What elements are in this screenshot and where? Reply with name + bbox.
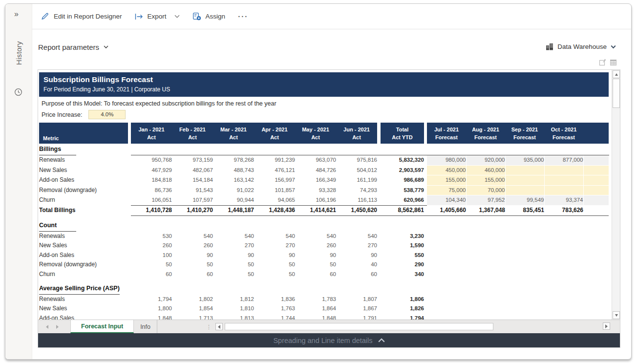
cell[interactable]: 540 xyxy=(213,232,254,241)
cell[interactable] xyxy=(427,241,466,251)
cell[interactable] xyxy=(427,270,466,279)
history-tab[interactable]: History xyxy=(15,41,23,65)
history-clock-icon[interactable] xyxy=(14,88,22,98)
cell[interactable]: 1,810 xyxy=(213,304,254,314)
cell[interactable]: 8,562,861 xyxy=(381,205,424,216)
report-parameters-dropdown[interactable]: Report parameters xyxy=(38,43,108,51)
cell[interactable] xyxy=(427,304,466,314)
cell[interactable]: 1,744 xyxy=(254,314,295,320)
cell[interactable] xyxy=(544,314,583,320)
cell[interactable]: 75,000 xyxy=(427,185,466,195)
scroll-right-button[interactable] xyxy=(603,322,610,330)
cell[interactable]: 978,268 xyxy=(213,155,254,166)
vertical-scroll-thumb[interactable] xyxy=(613,79,620,108)
cell[interactable]: 5,832,320 xyxy=(381,155,424,166)
cell[interactable] xyxy=(505,251,544,260)
cell[interactable]: 488,743 xyxy=(213,165,254,175)
cell[interactable]: 1,848 xyxy=(131,314,172,320)
cell[interactable]: 260 xyxy=(172,241,213,251)
cell[interactable]: 1,405,660 xyxy=(427,205,466,216)
cell[interactable] xyxy=(505,314,544,320)
cell[interactable]: 90 xyxy=(295,251,336,260)
cell[interactable]: 50 xyxy=(213,270,254,279)
cell[interactable]: 1,590 xyxy=(381,241,424,251)
cell[interactable]: 530 xyxy=(131,232,172,241)
cell[interactable]: 467,929 xyxy=(131,165,172,175)
data-source-selector[interactable]: Data Warehouse xyxy=(546,43,616,50)
edit-cell-icon[interactable] xyxy=(599,59,606,66)
cell[interactable]: 973,159 xyxy=(172,155,213,166)
cell[interactable]: 550 xyxy=(381,251,424,260)
cell[interactable]: 50 xyxy=(254,260,295,270)
cell[interactable]: 93,374 xyxy=(544,195,583,206)
cell[interactable]: 97,952 xyxy=(466,195,505,206)
cell[interactable]: 100 xyxy=(131,251,172,260)
cell[interactable]: 290 xyxy=(381,260,424,270)
cell[interactable]: 91,543 xyxy=(172,185,213,195)
cell[interactable]: 1,713 xyxy=(172,314,213,320)
cell[interactable]: 1,448,187 xyxy=(213,205,254,216)
cell[interactable]: Total Billings xyxy=(39,205,131,216)
cell[interactable]: New Sales xyxy=(39,165,131,175)
cell[interactable]: 1,807 xyxy=(336,295,377,304)
cell[interactable]: 540 xyxy=(336,232,377,241)
cell[interactable]: 260 xyxy=(295,241,336,251)
cell[interactable]: Churn xyxy=(39,195,131,206)
cell[interactable] xyxy=(505,270,544,279)
cell[interactable]: 1,812 xyxy=(213,295,254,304)
cell[interactable]: 1,410,270 xyxy=(172,205,213,216)
cell[interactable]: 991,239 xyxy=(254,155,295,166)
cell[interactable] xyxy=(505,295,544,304)
cell[interactable] xyxy=(544,241,583,251)
cell[interactable]: 50 xyxy=(295,260,336,270)
cell[interactable]: 1,806 xyxy=(381,295,424,304)
assign-button[interactable]: Assign xyxy=(192,12,226,21)
cell[interactable]: 963,070 xyxy=(295,155,336,166)
cell[interactable]: 104,340 xyxy=(427,195,466,206)
cell[interactable]: 116,113 xyxy=(336,195,377,206)
cell[interactable] xyxy=(505,304,544,314)
cell[interactable]: 90 xyxy=(336,251,377,260)
cell[interactable]: 950,768 xyxy=(131,155,172,166)
cell[interactable] xyxy=(427,314,466,320)
cell[interactable]: New Sales xyxy=(39,241,131,251)
cell[interactable]: 93,328 xyxy=(295,185,336,195)
grid-view-icon[interactable] xyxy=(610,59,617,66)
cell[interactable]: 161,199 xyxy=(336,175,377,186)
cell[interactable]: Add-on Sales xyxy=(39,251,131,260)
cell[interactable]: 156,997 xyxy=(254,175,295,186)
cell[interactable]: Renewals xyxy=(39,155,131,166)
cell[interactable] xyxy=(544,295,583,304)
cell[interactable] xyxy=(427,251,466,260)
cell[interactable] xyxy=(466,314,505,320)
cell[interactable] xyxy=(505,260,544,270)
cell[interactable]: 50 xyxy=(131,260,172,270)
cell[interactable] xyxy=(544,251,583,260)
cell[interactable]: 1,836 xyxy=(254,295,295,304)
splitter-handle-icon[interactable]: ⋮ xyxy=(206,324,212,329)
cell[interactable]: 540 xyxy=(254,232,295,241)
cell[interactable]: 920,000 xyxy=(466,155,505,166)
cell[interactable]: 1,800 xyxy=(131,304,172,314)
cell[interactable]: New Sales xyxy=(39,304,131,314)
cell[interactable]: 484,726 xyxy=(295,165,336,175)
cell[interactable]: 1,791 xyxy=(336,314,377,320)
cell[interactable]: 1,826 xyxy=(381,304,424,314)
cell[interactable]: 1,794 xyxy=(131,295,172,304)
cell[interactable] xyxy=(505,175,544,186)
cell[interactable]: 70,000 xyxy=(466,185,505,195)
cell[interactable]: 2,903,597 xyxy=(381,165,424,175)
cell[interactable] xyxy=(505,241,544,251)
cell[interactable]: 154,184 xyxy=(172,175,213,186)
cell[interactable] xyxy=(466,241,505,251)
cell[interactable] xyxy=(466,232,505,241)
cell[interactable] xyxy=(544,175,583,186)
cell[interactable]: 340 xyxy=(381,270,424,279)
cell[interactable]: 1,450,620 xyxy=(336,205,377,216)
cell[interactable] xyxy=(544,232,583,241)
cell[interactable]: 60 xyxy=(131,270,172,279)
cell[interactable]: 260 xyxy=(131,241,172,251)
cell[interactable]: 270 xyxy=(336,241,377,251)
vertical-scrollbar[interactable] xyxy=(612,70,620,320)
price-increase-input-cell[interactable]: 4.0% xyxy=(88,110,126,119)
